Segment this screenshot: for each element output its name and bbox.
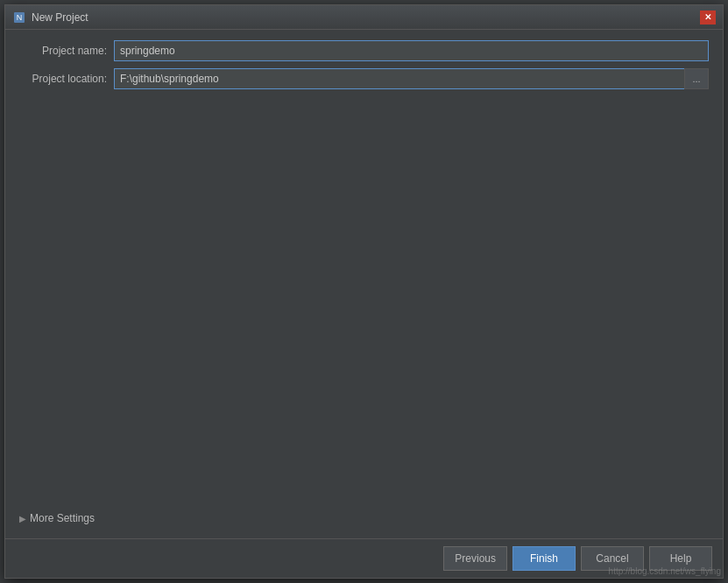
window-icon: N [12,11,26,25]
dialog-footer: Previous Finish Cancel Help [5,538,723,578]
project-location-row: Project location: ... [19,68,709,89]
project-name-row: Project name: [19,40,709,61]
project-location-label: Project location: [19,73,107,85]
previous-button[interactable]: Previous [443,546,507,571]
browse-button[interactable]: ... [684,68,709,89]
close-button[interactable]: ✕ [700,11,716,25]
window-title: New Project [32,11,700,24]
finish-button[interactable]: Finish [512,546,576,571]
new-project-dialog: N New Project ✕ Project name: Project lo… [4,4,724,579]
project-location-field: ... [114,68,709,89]
project-name-input[interactable] [114,40,709,61]
more-settings-toggle[interactable]: ▶ More Settings [19,509,709,528]
project-name-label: Project name: [19,45,107,57]
main-area [19,96,709,502]
chevron-right-icon: ▶ [19,514,26,523]
svg-text:N: N [17,13,23,22]
cancel-button[interactable]: Cancel [581,546,644,571]
more-settings-label: More Settings [30,512,95,524]
dialog-content: Project name: Project location: ... ▶ Mo… [5,30,723,538]
titlebar: N New Project ✕ [5,5,723,30]
titlebar-controls: ✕ [700,11,716,25]
project-location-input[interactable] [114,68,684,89]
help-button[interactable]: Help [649,546,712,571]
